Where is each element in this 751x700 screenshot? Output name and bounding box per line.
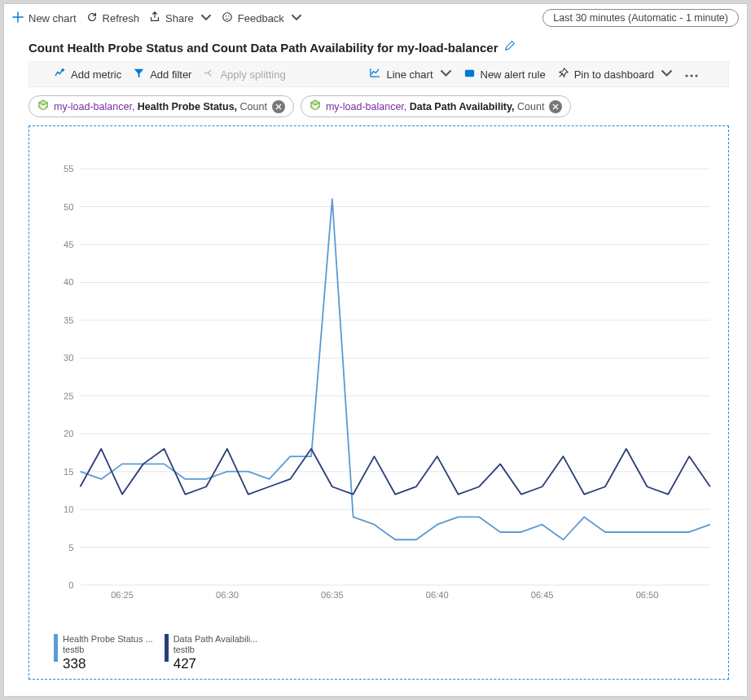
legend-title: Data Path Availabili... [173,634,258,645]
pin-dashboard-button[interactable]: Pin to dashboard [557,67,673,81]
split-icon [203,67,215,81]
chart-title: Count Health Probe Status and Count Data… [29,41,498,55]
chart-type-label: Line chart [386,68,433,81]
new-chart-label: New chart [29,12,77,24]
apply-splitting-button: Apply splitting [203,67,285,81]
chart-toolbar: Add metric Add filter Apply splitting Li [29,61,729,87]
svg-text:06:45: 06:45 [531,590,554,600]
pin-dashboard-label: Pin to dashboard [574,68,654,81]
ellipsis-icon [684,68,699,81]
svg-text:30: 30 [64,353,73,363]
feedback-label: Feedback [238,12,284,24]
svg-text:06:25: 06:25 [111,590,134,600]
svg-text:06:40: 06:40 [426,590,449,600]
metrics-card: New chart Refresh Share [3,3,748,697]
metric-chip[interactable]: my-load-balancer, Data Path Availability… [301,95,571,117]
refresh-icon [86,11,98,25]
time-range-pill[interactable]: Last 30 minutes (Automatic - 1 minute) [542,9,739,27]
add-filter-label: Add filter [150,68,191,81]
chevron-down-icon [440,67,452,81]
add-metric-icon [54,67,66,81]
chip-text: my-load-balancer, Data Path Availability… [326,101,544,112]
chart-type-button[interactable]: Line chart [369,67,451,81]
svg-text:25: 25 [64,391,73,401]
legend-sub: testlb [173,645,258,655]
svg-text:40: 40 [64,277,73,287]
share-icon [149,11,160,25]
svg-text:06:50: 06:50 [636,590,659,600]
chart-title-row: Count Health Probe Status and Count Data… [4,32,747,61]
line-chart: 051015202530354045505506:2506:3006:3506:… [37,136,720,629]
svg-text:06:35: 06:35 [321,590,344,600]
legend-item[interactable]: Health Probe Status ... testlb 338 [54,634,153,672]
chevron-down-icon [291,11,302,25]
add-metric-label: Add metric [71,68,121,81]
plus-icon [12,11,24,25]
remove-chip-button[interactable] [549,100,562,113]
resource-icon [37,99,49,113]
legend: Health Probe Status ... testlb 338 Data … [37,629,720,672]
svg-text:20: 20 [64,429,73,438]
alert-icon [463,67,476,81]
time-range-label: Last 30 minutes (Automatic - 1 minute) [553,12,728,24]
edit-title-button[interactable] [504,40,516,55]
svg-text:10: 10 [64,504,73,514]
legend-swatch [165,634,169,662]
svg-text:0: 0 [68,580,73,590]
svg-text:06:30: 06:30 [216,590,239,600]
add-filter-button[interactable]: Add filter [133,67,191,81]
legend-sub: testlb [63,645,153,655]
svg-text:35: 35 [64,315,73,325]
chevron-down-icon [200,11,212,25]
svg-point-1 [225,15,226,15]
new-chart-button[interactable]: New chart [12,11,77,25]
svg-rect-3 [464,70,473,77]
filter-icon [133,67,145,81]
top-toolbar: New chart Refresh Share [4,4,747,32]
legend-item[interactable]: Data Path Availabili... testlb 427 [165,634,258,672]
svg-point-6 [695,74,697,77]
svg-point-0 [223,12,232,21]
legend-swatch [54,634,58,662]
share-button[interactable]: Share [149,11,212,25]
chart-container: 051015202530354045505506:2506:3006:3506:… [29,125,729,680]
svg-point-2 [228,15,229,15]
legend-title: Health Probe Status ... [63,634,153,645]
pin-icon [557,67,569,81]
resource-icon [310,99,321,113]
svg-text:15: 15 [64,467,73,477]
apply-splitting-label: Apply splitting [220,68,285,81]
refresh-button[interactable]: Refresh [86,11,140,25]
svg-point-4 [685,74,687,77]
new-alert-label: New alert rule [481,68,546,81]
svg-text:45: 45 [64,240,73,249]
svg-text:5: 5 [68,543,73,553]
chevron-down-icon [661,67,673,81]
add-metric-button[interactable]: Add metric [54,67,121,81]
line-chart-icon [369,67,381,81]
remove-chip-button[interactable] [272,100,285,113]
svg-text:55: 55 [64,164,73,174]
smile-icon [222,11,233,25]
refresh-label: Refresh [103,12,140,24]
more-options-button[interactable] [684,68,699,81]
metric-chips: my-load-balancer, Health Probe Status, C… [4,95,747,125]
svg-text:50: 50 [64,202,73,212]
metric-chip[interactable]: my-load-balancer, Health Probe Status, C… [29,95,294,117]
legend-value: 427 [173,656,258,672]
svg-point-5 [690,74,692,77]
new-alert-button[interactable]: New alert rule [463,67,546,81]
chip-text: my-load-balancer, Health Probe Status, C… [54,101,267,112]
share-label: Share [165,12,194,24]
feedback-button[interactable]: Feedback [222,11,302,25]
legend-value: 338 [63,656,153,672]
